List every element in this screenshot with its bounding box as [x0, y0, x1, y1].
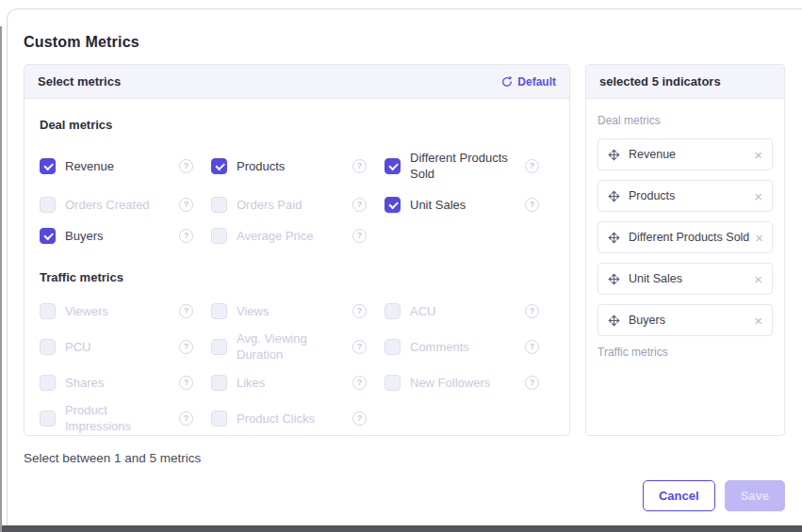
remove-icon[interactable]: ×: [748, 272, 762, 286]
help-icon[interactable]: ?: [352, 376, 367, 390]
metric-avg-viewing-duration: Avg. Viewing Duration ?: [211, 330, 367, 363]
selected-item-unit-sales: Unit Sales ×: [597, 263, 773, 295]
help-icon[interactable]: ?: [525, 159, 539, 173]
selected-item-different-products-sold: Different Products Sold ×: [597, 221, 773, 253]
help-icon[interactable]: ?: [525, 198, 539, 212]
help-icon[interactable]: ?: [352, 411, 367, 426]
drag-handle-icon[interactable]: [608, 149, 620, 161]
selected-item-label: Buyers: [629, 314, 665, 327]
metric-label: Product Impressions: [65, 402, 173, 434]
metric-viewers: Viewers ?: [40, 299, 193, 322]
drag-handle-icon[interactable]: [608, 314, 620, 327]
traffic-metrics-section-label: Traffic metrics: [40, 270, 554, 284]
metric-label: Revenue: [65, 158, 114, 174]
save-button[interactable]: Save: [725, 480, 785, 511]
remove-icon[interactable]: ×: [749, 231, 763, 245]
help-icon[interactable]: ?: [525, 376, 539, 390]
help-icon[interactable]: ?: [179, 229, 193, 243]
help-icon[interactable]: ?: [352, 340, 367, 354]
checkbox-product-impressions[interactable]: [40, 411, 56, 427]
page-left-edge: [0, 26, 2, 532]
help-icon[interactable]: ?: [179, 198, 193, 212]
dialog-actions: Cancel Save: [24, 480, 785, 511]
selected-item-label: Unit Sales: [629, 272, 682, 285]
metric-label: Different Products Sold: [410, 150, 519, 182]
refresh-icon: [501, 76, 513, 88]
selected-item-products: Products ×: [597, 180, 773, 212]
checkbox-new-followers[interactable]: [385, 375, 401, 391]
checkbox-pcu[interactable]: [40, 339, 56, 355]
page-bottom-edge: [2, 525, 802, 532]
help-icon[interactable]: ?: [179, 304, 193, 318]
selected-deal-group-label: Deal metrics: [597, 114, 773, 127]
metric-likes: Likes ?: [211, 371, 367, 394]
page-title: Custom Metrics: [24, 34, 785, 51]
empty-cell: [385, 224, 539, 247]
cancel-button[interactable]: Cancel: [643, 480, 715, 511]
metric-label: Product Clicks: [237, 411, 315, 427]
checkbox-orders-created[interactable]: [40, 197, 56, 213]
metric-label: Unit Sales: [410, 197, 466, 213]
metric-label: Buyers: [65, 228, 103, 244]
help-icon[interactable]: ?: [525, 304, 539, 318]
select-metrics-header: Select metrics: [38, 74, 121, 89]
help-icon[interactable]: ?: [179, 340, 193, 354]
checkbox-product-clicks[interactable]: [211, 411, 227, 427]
metric-label: Products: [237, 158, 285, 174]
checkbox-shares[interactable]: [40, 375, 56, 391]
checkbox-viewers[interactable]: [40, 303, 56, 319]
help-icon[interactable]: ?: [179, 411, 193, 426]
checkbox-orders-paid[interactable]: [211, 197, 227, 213]
checkbox-average-price[interactable]: [211, 228, 227, 244]
checkbox-acu[interactable]: [385, 303, 401, 319]
checkbox-different-products-sold[interactable]: [385, 158, 401, 174]
selected-item-label: Products: [629, 189, 675, 202]
help-icon[interactable]: ?: [352, 304, 367, 318]
metric-acu: ACU ?: [385, 299, 539, 322]
drag-handle-icon[interactable]: [608, 232, 620, 244]
checkbox-likes[interactable]: [211, 375, 227, 391]
help-icon[interactable]: ?: [352, 229, 367, 243]
checkbox-avg-viewing-duration[interactable]: [211, 339, 227, 355]
checkbox-views[interactable]: [211, 303, 227, 319]
metric-products: Products ?: [211, 147, 367, 185]
metric-label: Average Price: [237, 228, 313, 244]
metric-shares: Shares ?: [40, 371, 193, 394]
help-icon[interactable]: ?: [179, 159, 193, 173]
metric-views: Views ?: [211, 299, 367, 322]
remove-icon[interactable]: ×: [748, 314, 762, 328]
checkbox-comments[interactable]: [385, 339, 401, 355]
selected-item-buyers: Buyers ×: [597, 304, 773, 336]
custom-metrics-dialog: Custom Metrics Select metrics Default: [7, 8, 802, 525]
deal-metrics-grid: Revenue ? Products ? Different Products …: [40, 147, 554, 255]
checkbox-buyers[interactable]: [40, 228, 56, 244]
metric-orders-created: Orders Created ?: [40, 193, 193, 216]
remove-icon[interactable]: ×: [748, 148, 762, 162]
checkbox-revenue[interactable]: [40, 158, 56, 174]
drag-handle-icon[interactable]: [608, 273, 620, 285]
metric-comments: Comments ?: [385, 330, 539, 363]
metric-average-price: Average Price ?: [211, 224, 367, 247]
drag-handle-icon[interactable]: [608, 190, 620, 202]
selection-hint: Select between 1 and 5 metrics: [24, 451, 785, 465]
metric-product-clicks: Product Clicks ?: [211, 402, 367, 434]
help-icon[interactable]: ?: [352, 159, 367, 173]
metric-new-followers: New Followers ?: [385, 371, 539, 394]
default-button-label: Default: [517, 75, 556, 89]
metric-buyers: Buyers ?: [40, 224, 193, 247]
default-button[interactable]: Default: [501, 75, 556, 89]
checkbox-products[interactable]: [211, 158, 227, 174]
checkbox-unit-sales[interactable]: [385, 197, 401, 213]
selected-indicators-header: selected 5 indicators: [599, 74, 721, 89]
selected-indicators-panel: selected 5 indicators Deal metrics Reven…: [585, 64, 785, 436]
select-metrics-panel: Select metrics Default Deal metrics: [24, 64, 570, 436]
help-icon[interactable]: ?: [179, 376, 193, 390]
remove-icon[interactable]: ×: [748, 189, 762, 203]
metric-pcu: PCU ?: [40, 330, 193, 363]
metric-label: Orders Created: [65, 197, 150, 213]
help-icon[interactable]: ?: [525, 340, 539, 354]
empty-cell: [385, 402, 539, 434]
help-icon[interactable]: ?: [352, 198, 367, 212]
metric-label: Viewers: [65, 303, 108, 319]
metric-label: Views: [237, 303, 269, 319]
